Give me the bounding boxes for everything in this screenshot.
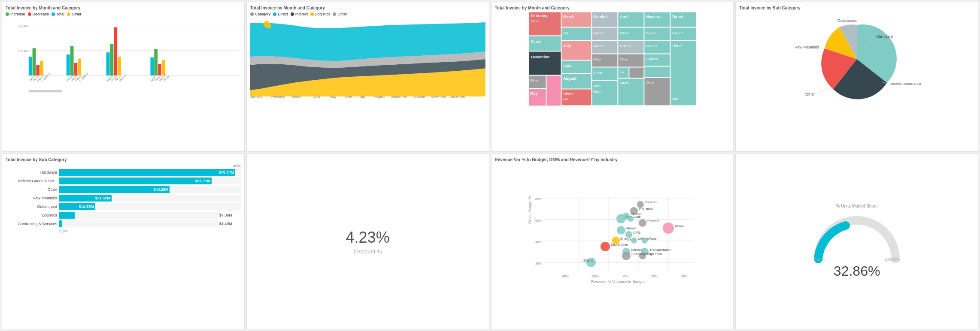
svg-text:June: June [593,84,601,88]
hbar-fill-indirect: $61.71M [59,178,212,184]
svg-text:20%: 20% [651,274,658,278]
svg-text:July: July [563,44,570,48]
chart-kpi-discount: 4.23% Discount % [246,153,489,329]
hbar-label-logistics: Logistics [6,213,57,217]
svg-text:August: August [374,95,385,99]
svg-text:October: October [593,15,608,19]
hbar-label-contracting: Contracting & Services [6,222,57,226]
svg-text:40%: 40% [535,240,542,244]
gauge-min-label: 0.00% [814,257,825,262]
legend-direct: Direct [273,12,288,16]
svg-text:Paper: Paper [648,237,658,241]
hbar-row-outsourced: Outsourced $14.55M [6,203,241,210]
svg-text:Distribution: Distribution [610,243,628,247]
svg-text:Novem...: Novem... [646,15,662,19]
legend-other: Other [67,12,82,16]
svg-text:Other: Other [593,57,601,61]
svg-text:Pharma: Pharma [647,219,659,223]
chart-treemap: Total Invoice by Month and Category Febr… [491,2,734,152]
svg-rect-5 [29,57,32,75]
hbar-row-hardware: Hardware $70.74M [6,169,241,176]
svg-text:80%: 80% [535,197,542,201]
svg-text:Direct: Direct [619,31,629,35]
svg-text:Hardware: Hardware [876,34,893,39]
svg-text:March: March [292,95,302,99]
svg-rect-17 [150,57,154,75]
svg-text:September: September [391,95,407,99]
svg-point-167 [631,238,637,244]
hbar-label-hardware: Hardware [6,170,57,175]
chart1-legend: Increase Decrease Total Other [6,12,241,16]
svg-text:CPG: CPG [633,231,640,235]
svg-rect-6 [33,48,36,75]
svg-text:Indirect: Indirect [619,44,631,48]
gauge-min-max: 0.00% 100.00% [814,257,900,262]
dashboard: Total Invoice by Month and Category Incr… [0,0,980,331]
hbar-row-rawmat: Raw Materials $21.52M [6,195,241,202]
svg-text:20%: 20% [535,262,542,265]
svg-rect-18 [154,49,158,75]
hbar-row-indirect: Indirect Goods & Ser... $61.71M [6,178,241,184]
chart2-svg: January February March April May June Ju… [250,18,485,99]
svg-rect-16 [118,57,121,75]
svg-text:December: December [531,55,549,59]
legend-total-label: Total [56,12,64,16]
hbar-track-outsourced: $14.55M [59,203,241,210]
svg-line-125 [818,88,829,93]
svg-point-179 [622,252,630,260]
svg-text:Indirect: Indirect [593,31,604,35]
svg-text:March: March [563,15,574,19]
svg-text:Indir...: Indir... [672,97,681,101]
svg-text:40%: 40% [681,274,688,278]
svg-point-155 [616,214,625,223]
svg-text:Energy: Energy [620,237,631,241]
chart2-area: January February March April May June Ju… [250,18,485,99]
svg-text:Metals: Metals [626,226,636,230]
hbar-fill-logistics [59,212,75,219]
gauge-value: 32.86% [834,263,880,279]
svg-rect-104 [629,67,643,78]
svg-text:January: January [250,95,262,99]
gauge-labels: 0.00% 100.00% [814,259,900,262]
svg-point-171 [600,242,610,251]
other-dot [67,12,70,16]
hbar-track-rawmat: $21.52M [59,195,241,202]
svg-text:Gross Margin %: Gross Margin % [527,196,531,224]
legend-indirect: Indirect [291,12,308,16]
svg-text:Ind...: Ind... [563,97,570,101]
hbar-row-contracting: Contracting & Services $1.49M [6,220,241,227]
chart-bar-monthly: Total Invoice by Month and Category Incr… [2,2,245,152]
svg-text:Ind...: Ind... [563,31,570,35]
hbar-rows: Hardware $70.74M Indirect Goods & Ser...… [6,169,241,227]
chart5-title: Total Invoice by Sub Category [6,157,241,162]
svg-text:Jan: Jan [619,71,623,74]
svg-text:Indirect: Indirect [672,31,683,35]
svg-point-161 [616,226,625,235]
hbar-fill-rawmat: $21.52M [59,195,112,202]
svg-text:$20M: $20M [18,49,27,53]
svg-text:Direct: Direct [646,31,655,35]
increase-dot [6,12,9,16]
svg-text:Indirect Goods & Services: Indirect Goods & Services [890,82,921,86]
direct-dot [273,12,276,16]
svg-text:-20%: -20% [591,274,599,278]
chart2-title: Total Invoice by Month and Category [250,6,485,10]
legend-increase: Increase [6,12,25,16]
svg-text:Direct: Direct [593,90,601,93]
hbar-val-contracting: $1.49M [219,222,241,226]
svg-text:0%: 0% [623,274,628,278]
chart-pie-subcategory: Total Invoice by Sub Category Hardware I… [735,2,978,152]
svg-text:February: February [271,95,285,99]
legend-category-label: Category [255,12,271,16]
hbar-fill-other: $44.29M [59,186,170,193]
legend-other2-label: Other [337,12,347,16]
gauge-title: % Units Market Share [836,204,877,208]
chart4-svg: Hardware Indirect Goods & Services Other… [792,14,921,104]
svg-rect-97 [546,75,561,106]
svg-rect-19 [158,64,161,75]
svg-rect-37 [29,90,62,92]
svg-text:Transportation: Transportation [649,248,671,252]
hbar-label-indirect: Indirect Goods & Ser... [6,179,57,183]
legend-other2: Other [333,12,347,16]
svg-text:Direct: Direct [563,92,573,96]
